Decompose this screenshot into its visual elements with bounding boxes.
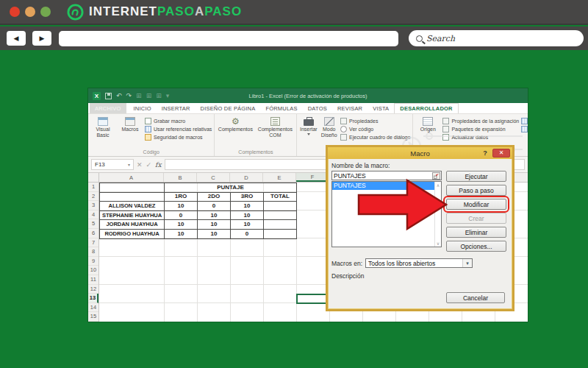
modo-diseno-button[interactable]: Modo Diseño xyxy=(320,116,338,138)
student-name-cell[interactable]: RODRIGO HUAYHUA xyxy=(100,229,165,238)
ejecutar-cuadro-button[interactable]: Ejecutar cuadro de diálogo xyxy=(340,134,410,141)
row-header-8[interactable]: 8 xyxy=(88,247,98,257)
eliminar-button[interactable]: Eliminar xyxy=(446,227,506,238)
row-header-3[interactable]: 3 xyxy=(88,201,98,210)
col-header-b[interactable]: B xyxy=(164,173,197,182)
name-box[interactable]: F13 ▾ xyxy=(91,159,134,170)
macro-list-item-puntajes[interactable]: PUNTAJES xyxy=(332,182,434,190)
cancel-entry-icon[interactable]: ✕ xyxy=(137,161,143,169)
zoom-tool-icon[interactable]: ⊞ xyxy=(136,93,142,99)
ejecutar-button[interactable]: Ejecutar xyxy=(446,171,506,182)
total-cell[interactable] xyxy=(264,210,297,220)
row-header-2[interactable]: 2 xyxy=(88,192,98,202)
score-cell[interactable]: 10 xyxy=(198,210,231,220)
total-cell[interactable] xyxy=(264,229,297,238)
modificar-button[interactable]: Modificar xyxy=(446,199,506,210)
scroll-up-icon[interactable]: ∧ xyxy=(437,183,440,188)
range-selector-icon[interactable] xyxy=(432,172,440,180)
score-cell[interactable]: 10 xyxy=(198,229,231,238)
select-all-corner[interactable] xyxy=(88,173,99,182)
seguridad-macros-button[interactable]: Seguridad de macros xyxy=(145,134,212,141)
opciones-button[interactable]: Opciones... xyxy=(446,241,506,252)
score-cell[interactable]: 0 xyxy=(198,202,231,211)
col-header-a[interactable]: A xyxy=(99,173,164,182)
actualizar-datos-button[interactable]: Actualizar datos xyxy=(442,134,519,141)
prop-asignacion-button[interactable]: Propiedades de la asignación xyxy=(442,118,519,124)
header-cell[interactable]: 3RO xyxy=(231,192,264,202)
row-header-10[interactable]: 10 xyxy=(88,266,98,275)
score-cell[interactable]: 0 xyxy=(165,210,198,220)
maximize-window-icon[interactable] xyxy=(40,7,51,17)
score-cell[interactable]: 10 xyxy=(231,210,264,220)
complementos-button[interactable]: ⚙ Complementos xyxy=(217,116,254,132)
row-header-12[interactable]: 12 xyxy=(88,285,98,294)
macro-dialog-titlebar[interactable]: Macro ? ✕ xyxy=(328,147,512,159)
row-header-14[interactable]: 14 xyxy=(88,303,98,313)
score-cell[interactable]: 10 xyxy=(198,220,231,230)
score-cell[interactable]: 10 xyxy=(231,220,264,230)
header-cell[interactable]: 2DO xyxy=(198,192,231,202)
close-window-icon[interactable] xyxy=(10,7,20,17)
tab-desarrollador[interactable]: DESARROLLADOR xyxy=(394,103,458,113)
score-cell[interactable]: 10 xyxy=(165,220,198,230)
macros-button[interactable]: Macros xyxy=(118,116,143,132)
crear-button[interactable]: Crear xyxy=(446,213,506,224)
score-cell[interactable]: 10 xyxy=(165,229,198,238)
minimize-window-icon[interactable] xyxy=(25,7,35,17)
row-header-6[interactable]: 6 xyxy=(88,229,98,238)
insertar-control-button[interactable]: Insertar xyxy=(299,116,318,135)
macro-list[interactable]: PUNTAJES ∧ ∨ xyxy=(331,181,442,247)
ver-codigo-button[interactable]: Ver código xyxy=(340,126,410,132)
customize-qat-icon[interactable]: ▾ xyxy=(166,93,170,99)
row-header-4[interactable]: 4 xyxy=(88,210,98,220)
total-cell[interactable] xyxy=(264,220,297,230)
exportar-button[interactable]: Exportar xyxy=(521,126,528,132)
save-icon[interactable] xyxy=(105,93,112,99)
importar-button[interactable]: Importar xyxy=(521,118,528,124)
back-button[interactable]: ◀ xyxy=(7,31,26,46)
usar-referencias-button[interactable]: Usar referencias relativas xyxy=(145,126,212,132)
visual-basic-button[interactable]: Visual Basic xyxy=(90,116,115,138)
paquetes-expansion-button[interactable]: Paquetes de expansión xyxy=(442,126,519,132)
origen-button[interactable]: Origen xyxy=(415,116,440,132)
row-header-7[interactable]: 7 xyxy=(88,238,98,248)
student-name-cell[interactable]: JORDAN HUAYHUA xyxy=(100,220,165,230)
score-cell[interactable]: 10 xyxy=(231,202,264,211)
dropdown-arrow-icon[interactable]: ▾ xyxy=(462,259,472,267)
score-cell[interactable]: 10 xyxy=(165,202,198,211)
row-header-11[interactable]: 11 xyxy=(88,275,98,285)
total-cell[interactable] xyxy=(264,202,297,211)
macros-en-dropdown[interactable]: Todos los libros abiertos ▾ xyxy=(365,258,473,268)
propiedades-button[interactable]: Propiedades xyxy=(340,118,410,124)
col-header-e[interactable]: E xyxy=(263,173,296,182)
tab-revisar[interactable]: REVISAR xyxy=(332,103,368,113)
row-header-1[interactable]: 1 xyxy=(88,183,98,192)
row-header-15[interactable]: 15 xyxy=(88,312,98,322)
redo-icon[interactable]: ↷ xyxy=(126,93,132,99)
insert-function-icon[interactable]: fx xyxy=(155,161,161,169)
scroll-down-icon[interactable]: ∨ xyxy=(437,241,440,246)
col-header-c[interactable]: C xyxy=(197,173,230,182)
table-title-cell[interactable]: PUNTAJE xyxy=(165,183,297,193)
macro-name-input[interactable]: PUNTAJES xyxy=(331,171,442,180)
tab-vista[interactable]: VISTA xyxy=(368,103,394,113)
header-cell[interactable]: TOTAL xyxy=(264,192,297,202)
forward-button[interactable]: ▶ xyxy=(32,31,51,46)
cancelar-button[interactable]: Cancelar xyxy=(446,292,505,303)
tab-datos[interactable]: DATOS xyxy=(303,103,332,113)
row-header-13[interactable]: 13 xyxy=(88,294,98,303)
tab-formulas[interactable]: FÓRMULAS xyxy=(260,103,302,113)
tab-insertar[interactable]: INSERTAR xyxy=(157,103,196,113)
address-bar[interactable] xyxy=(59,31,398,46)
dialog-close-icon[interactable]: ✕ xyxy=(492,149,510,158)
student-name-cell[interactable]: ALLISON VALDEZ xyxy=(100,202,165,211)
row-header-9[interactable]: 9 xyxy=(88,257,98,266)
header-cell[interactable]: 1RO xyxy=(165,192,198,202)
enter-entry-icon[interactable]: ✓ xyxy=(146,161,152,169)
paso-a-paso-button[interactable]: Paso a paso xyxy=(446,185,506,196)
student-name-cell[interactable]: STEPHANIE HUAYHUA xyxy=(100,210,165,220)
col-header-f[interactable]: F xyxy=(296,173,329,182)
grid-tool-icon-2[interactable]: ⊞ xyxy=(156,93,162,99)
tab-archivo[interactable]: ARCHIVO xyxy=(90,103,126,113)
macro-list-scrollbar[interactable]: ∧ ∨ xyxy=(434,182,441,247)
